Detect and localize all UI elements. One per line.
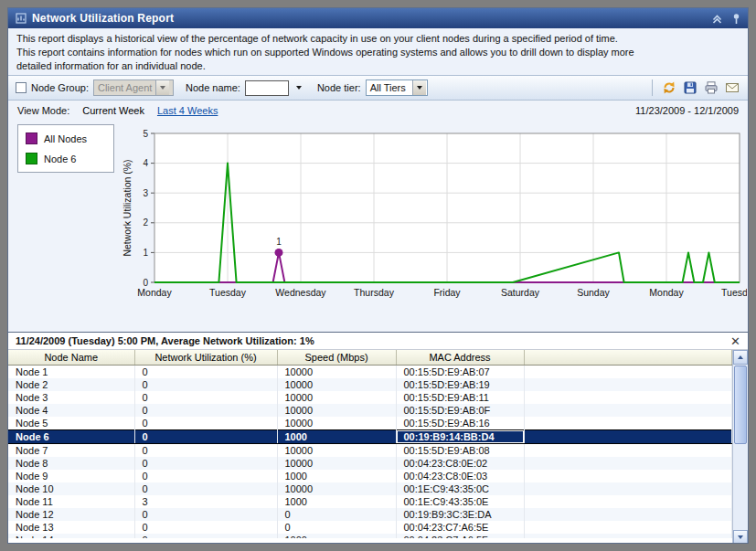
column-header[interactable]: [524, 350, 732, 365]
table-cell: 0: [277, 508, 396, 521]
table-cell: [524, 457, 732, 470]
column-header[interactable]: Network Utilization (%): [134, 350, 277, 365]
table-cell: 00:19:B9:14:BB:D4: [396, 429, 524, 443]
table-cell: 0: [134, 429, 277, 443]
table-cell: [524, 495, 732, 508]
table-row[interactable]: Node 101000000:15:5D:E9:AB:07: [8, 365, 732, 378]
node-tier-select[interactable]: All Tiers: [366, 79, 428, 96]
scroll-down-icon[interactable]: [733, 530, 748, 544]
table-row[interactable]: Node 60100000:19:B9:14:BB:D4: [8, 429, 732, 443]
node-group-checkbox[interactable]: [16, 82, 27, 93]
table-row[interactable]: Node 140100000:04:23:C7:A6:5F: [8, 534, 732, 539]
table-cell: 00:1E:C9:43:35:0C: [396, 482, 524, 495]
utilization-chart[interactable]: 012345MondayTuesdayWednesdayThursdayFrid…: [122, 122, 747, 316]
table-cell: 1000: [277, 470, 396, 482]
legend-item: All Nodes: [26, 132, 106, 144]
pin-icon[interactable]: [729, 12, 742, 25]
legend-swatch: [26, 153, 37, 164]
table-cell: [524, 521, 732, 534]
refresh-icon[interactable]: [661, 79, 677, 96]
date-range: 11/23/2009 - 12/1/2009: [635, 105, 739, 116]
table-cell: [524, 470, 732, 482]
legend-swatch: [26, 132, 37, 144]
scrollbar-thumb[interactable]: [734, 366, 747, 444]
table-cell: 0: [134, 365, 277, 378]
vertical-scrollbar[interactable]: [732, 350, 748, 544]
table-cell: 00:15:5D:E9:AB:08: [396, 443, 524, 457]
svg-text:3: 3: [143, 188, 148, 198]
description-line: This report displays a historical view o…: [16, 32, 740, 46]
table-row[interactable]: Node 301000000:15:5D:E9:AB:11: [8, 391, 732, 404]
save-icon[interactable]: [682, 79, 698, 96]
svg-text:Monday: Monday: [137, 287, 172, 298]
table-cell: Node 6: [8, 429, 134, 443]
node-group-select[interactable]: Client Agent: [93, 79, 174, 96]
table-cell: 0: [134, 417, 277, 430]
svg-text:1: 1: [276, 237, 282, 247]
table-cell: 1000: [277, 429, 396, 443]
column-header[interactable]: MAC Address: [396, 350, 524, 365]
table-cell: 00:04:23:C7:A6:5F: [396, 534, 524, 539]
report-window: Network Utilization Report This report d…: [7, 7, 749, 544]
table-row[interactable]: Node 701000000:15:5D:E9:AB:08: [8, 443, 732, 457]
detail-panel: 11/24/2009 (Tuesday) 5:00 PM, Average Ne…: [8, 332, 748, 544]
table-cell: [524, 508, 732, 521]
node-name-input[interactable]: [245, 80, 289, 96]
node-name-label: Node name:: [186, 82, 240, 93]
table-cell: 00:15:5D:E9:AB:19: [396, 378, 524, 391]
filter-toolbar: Node Group: Client Agent Node name: Node…: [8, 75, 748, 101]
node-tier-label: Node tier:: [317, 82, 361, 93]
table-row[interactable]: Node 801000000:04:23:C8:0E:02: [8, 457, 732, 470]
table-row[interactable]: Node 130000:04:23:C7:A6:5E: [8, 521, 732, 534]
scroll-up-icon[interactable]: [733, 350, 748, 365]
section-gap: [8, 325, 748, 332]
table-row[interactable]: Node 90100000:04:23:C8:0E:03: [8, 470, 732, 482]
table-cell: Node 4: [8, 404, 134, 417]
description-line: detailed information for an individual n…: [16, 59, 740, 73]
close-icon[interactable]: ✕: [730, 335, 740, 347]
collapse-icon[interactable]: [710, 12, 723, 25]
chevron-down-icon[interactable]: [412, 80, 426, 95]
table-cell: [524, 482, 732, 495]
table-row[interactable]: Node 1001000000:1E:C9:43:35:0C: [8, 482, 732, 495]
table-cell: Node 14: [8, 534, 134, 539]
print-icon[interactable]: [703, 79, 719, 96]
table-row[interactable]: Node 201000000:15:5D:E9:AB:19: [8, 378, 732, 391]
view-mode-last-4-weeks-link[interactable]: Last 4 Weeks: [157, 105, 218, 116]
table-cell: 00:04:23:C7:A6:5E: [396, 521, 524, 534]
email-icon[interactable]: [724, 79, 740, 96]
table-cell: 10000: [277, 391, 396, 404]
table-cell: 00:04:23:C8:0E:02: [396, 457, 524, 470]
table-cell: 3: [134, 495, 277, 508]
table-row[interactable]: Node 120000:19:B9:3C:3E:DA: [8, 508, 732, 521]
svg-text:Thursday: Thursday: [354, 287, 395, 298]
column-header[interactable]: Node Name: [8, 350, 134, 365]
svg-text:Network Utilization (%): Network Utilization (%): [122, 159, 133, 256]
table-cell: Node 3: [8, 391, 134, 404]
table-row[interactable]: Node 501000000:15:5D:E9:AB:16: [8, 417, 732, 430]
legend-label: All Nodes: [44, 133, 87, 144]
table-cell: 10000: [277, 482, 396, 495]
svg-text:Monday: Monday: [649, 287, 684, 298]
svg-text:Wednesday: Wednesday: [275, 287, 326, 298]
table-row[interactable]: Node 401000000:15:5D:E9:AB:0F: [8, 404, 732, 417]
legend-label: Node 6: [44, 154, 76, 164]
svg-text:Saturday: Saturday: [501, 287, 540, 298]
description-line: This report contains information for nod…: [16, 46, 740, 59]
table-row[interactable]: Node 113100000:1E:C9:43:35:0E: [8, 495, 732, 508]
chevron-down-icon[interactable]: [155, 80, 169, 95]
table-cell: Node 12: [8, 508, 134, 521]
column-header[interactable]: Speed (Mbps): [277, 350, 396, 365]
svg-text:Friday: Friday: [433, 287, 461, 298]
table-cell: 10000: [277, 417, 396, 430]
scrollbar-track[interactable]: [733, 365, 748, 530]
table-cell: Node 2: [8, 378, 134, 391]
toolbar-separator: [652, 79, 653, 96]
table-cell: 0: [134, 470, 277, 482]
node-table-viewport: Node NameNetwork Utilization (%)Speed (M…: [8, 350, 732, 538]
table-cell: 0: [134, 457, 277, 470]
node-name-dropdown-icon[interactable]: [293, 80, 305, 96]
view-mode-current-week[interactable]: Current Week: [82, 105, 144, 116]
table-cell: 00:15:5D:E9:AB:07: [396, 365, 524, 378]
table-cell: 0: [134, 508, 277, 521]
